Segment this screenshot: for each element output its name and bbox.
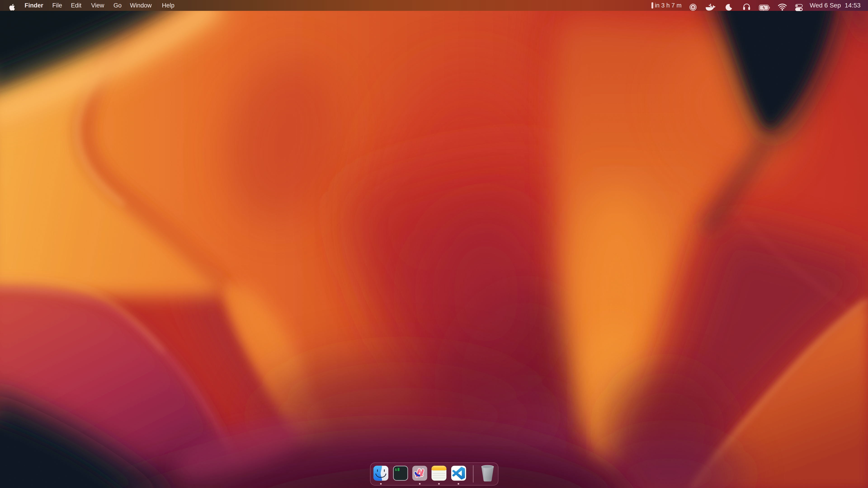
svg-text:$: $ bbox=[395, 468, 397, 472]
